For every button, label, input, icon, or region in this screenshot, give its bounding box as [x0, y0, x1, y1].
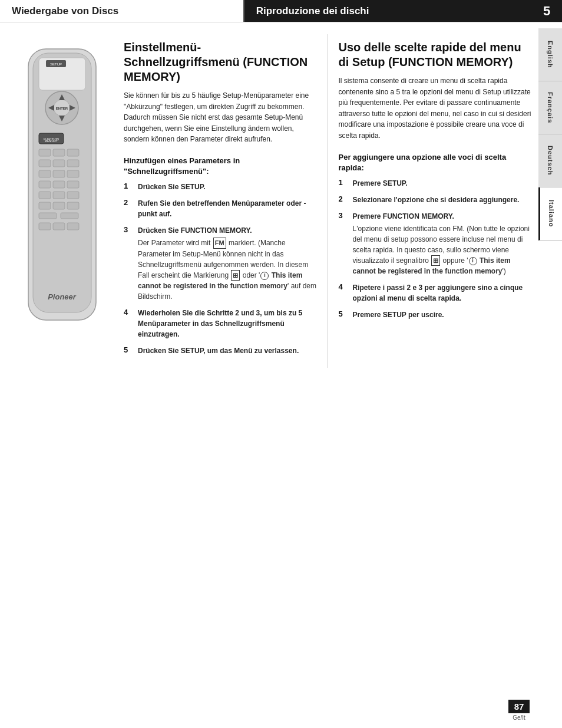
- lang-tab-deutsch[interactable]: Deutsch: [538, 134, 562, 187]
- remote-control-area: SETUP ENTER FUNCTION MEMORY: [0, 34, 118, 368]
- lang-tab-english[interactable]: English: [538, 28, 562, 81]
- german-subsection-title: Hinzufügen eines Parameters in "Schnellz…: [124, 156, 317, 177]
- svg-rect-28: [53, 192, 65, 199]
- svg-rect-32: [67, 202, 79, 209]
- svg-rect-16: [53, 149, 65, 156]
- italian-step-5: 5 Premere SETUP per uscire.: [339, 309, 532, 320]
- svg-text:Pioneer: Pioneer: [48, 292, 77, 301]
- fm-icon-german2: ⊞: [231, 270, 240, 281]
- svg-rect-27: [39, 192, 51, 199]
- main-content: SETUP ENTER FUNCTION MEMORY: [0, 22, 537, 380]
- svg-rect-22: [53, 170, 65, 177]
- svg-rect-36: [53, 223, 65, 230]
- fm-icon-german: FM: [213, 238, 226, 249]
- svg-rect-35: [39, 223, 51, 230]
- italian-step-3: 3 Premere FUNCTION MEMORY. L'opzione vie…: [339, 211, 532, 277]
- italian-steps-list: 1 Premere SETUP. 2 Selezionare l'opzione…: [339, 178, 532, 321]
- footer-page-number: 87: [508, 700, 530, 713]
- fm-icon-italian: ⊞: [431, 255, 440, 266]
- svg-rect-19: [53, 160, 65, 167]
- svg-rect-24: [39, 181, 51, 188]
- italian-intro-text: Il sistema consente di creare un menu di…: [339, 75, 532, 141]
- italian-column: Uso delle scelte rapide del menu di Setu…: [328, 34, 538, 368]
- svg-rect-34: [61, 213, 78, 219]
- header-left-title: Wiedergabe von Discs: [0, 0, 244, 22]
- svg-rect-31: [53, 202, 65, 209]
- footer: 87 Ge/It: [508, 700, 530, 721]
- circle-i-icon-german: i: [260, 272, 269, 280]
- remote-control-image: SETUP ENTER FUNCTION MEMORY: [16, 46, 108, 329]
- german-step-5: 5 Drücken Sie SETUP, um das Menü zu verl…: [124, 345, 317, 356]
- italian-step-4: 4 Ripetere i passi 2 e 3 per aggiungere …: [339, 282, 532, 304]
- svg-rect-29: [67, 192, 79, 199]
- svg-rect-18: [39, 160, 51, 167]
- footer-language-code: Ge/It: [513, 714, 525, 721]
- svg-rect-33: [39, 213, 57, 219]
- german-section-title: Einstellmenü-Schnellzugriffsmenü (FUNCTI…: [124, 40, 317, 84]
- svg-text:SETUP: SETUP: [49, 62, 61, 66]
- svg-rect-26: [67, 181, 79, 188]
- header-bar: Wiedergabe von Discs Riproduzione dei di…: [0, 0, 562, 22]
- german-step-2: 2 Rufen Sie den betreffenden Menüparamet…: [124, 198, 317, 219]
- german-steps-list: 1 Drücken Sie SETUP. 2 Rufen Sie den bet…: [124, 182, 317, 356]
- italian-section-title: Uso delle scelte rapide del menu di Setu…: [339, 40, 532, 70]
- svg-rect-21: [39, 170, 51, 177]
- svg-rect-25: [53, 181, 65, 188]
- german-column: Einstellmenü-Schnellzugriffsmenü (FUNCTI…: [118, 34, 328, 368]
- svg-rect-30: [39, 202, 51, 209]
- italian-subsection-title: Per aggiungere una opzione alle voci di …: [339, 152, 532, 173]
- svg-text:ENTER: ENTER: [55, 107, 68, 110]
- circle-i-icon-italian: i: [469, 257, 477, 265]
- italian-step-2: 2 Selezionare l'opzione che si desidera …: [339, 195, 532, 205]
- svg-rect-17: [67, 149, 79, 156]
- svg-rect-15: [39, 149, 51, 156]
- svg-rect-20: [67, 160, 79, 167]
- german-step-4: 4 Wiederholen Sie die Schritte 2 und 3, …: [124, 308, 317, 340]
- italian-step-1: 1 Premere SETUP.: [339, 178, 532, 189]
- german-intro-text: Sie können für bis zu 5 häufige Setup-Me…: [124, 90, 317, 145]
- header-page-number: 5: [531, 0, 562, 22]
- language-tabs: English Français Deutsch Italiano: [538, 22, 562, 241]
- german-step-3: 3 Drücken Sie FUNCTION MEMORY. Der Param…: [124, 225, 317, 302]
- svg-rect-37: [67, 223, 79, 230]
- svg-rect-23: [67, 170, 79, 177]
- header-right-title: Riproduzione dei dischi: [244, 0, 531, 22]
- right-title-text: Riproduzione dei dischi: [256, 5, 369, 17]
- svg-text:MEMORY: MEMORY: [44, 139, 58, 143]
- german-step-1: 1 Drücken Sie SETUP.: [124, 182, 317, 192]
- lang-tab-italiano[interactable]: Italiano: [538, 187, 562, 241]
- lang-tab-francais[interactable]: Français: [538, 81, 562, 134]
- left-title-text: Wiedergabe von Discs: [12, 5, 118, 17]
